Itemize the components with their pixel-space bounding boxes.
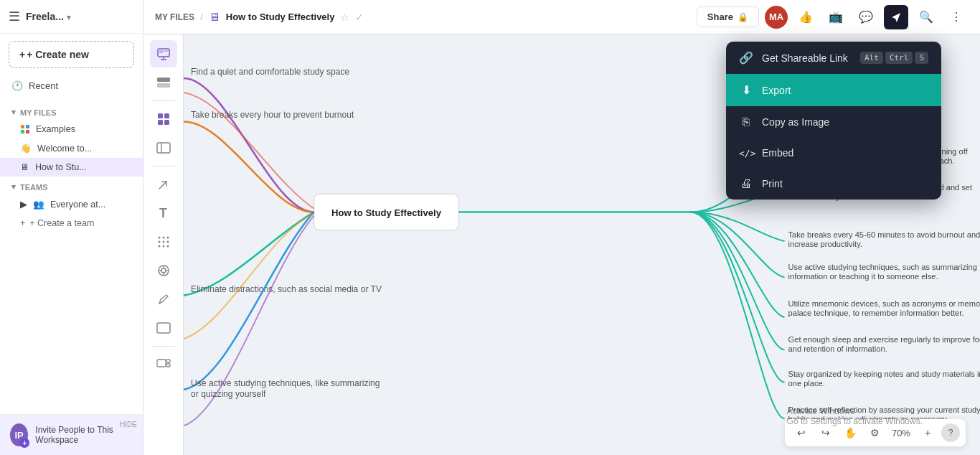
star-icon[interactable]: ☆: [340, 11, 349, 23]
svg-rect-14: [164, 120, 169, 125]
invite-workspace-panel[interactable]: HIDE IP + Invite People to This Workspac…: [0, 414, 143, 455]
dropdown-item-get-shareable-link[interactable]: 🔗 Get Shareable Link Alt Ctrl S: [726, 42, 941, 74]
teams-toggle[interactable]: ▾: [11, 182, 16, 192]
toolbar-arrow-btn[interactable]: [150, 171, 177, 198]
keyboard-shortcuts: Alt Ctrl S: [860, 52, 928, 64]
svg-rect-12: [164, 113, 169, 118]
hand-tool-button[interactable]: ✋: [839, 422, 861, 444]
check-icon: ✓: [355, 11, 364, 23]
svg-text:Take breaks every 45-60 minute: Take breaks every 45-60 minutes to avoid…: [788, 230, 980, 239]
toolbar-separator-3: [152, 346, 175, 347]
svg-rect-33: [157, 360, 166, 367]
topbar: MY FILES / 🖥 How to Study Effectively ☆ …: [143, 0, 980, 34]
redo-button[interactable]: ↪: [815, 422, 837, 444]
toolbar-grid-btn[interactable]: [150, 228, 177, 255]
sidebar-item-recent[interactable]: 🕐 Recent: [0, 75, 143, 96]
toolbar-separator-2: [152, 166, 175, 166]
svg-text:one place.: one place.: [788, 379, 825, 388]
hamburger-icon[interactable]: ☰: [9, 9, 20, 24]
svg-rect-35: [166, 364, 170, 367]
svg-text:Use active studying techniques: Use active studying techniques, like sum…: [191, 378, 380, 388]
dropdown-item-export[interactable]: ⬇ Export: [726, 74, 941, 106]
teams-section-label: ▾ TEAMS: [0, 177, 143, 194]
comment-button[interactable]: 💬: [854, 5, 878, 29]
dropdown-item-embed[interactable]: </> Embed: [726, 138, 941, 168]
search-button[interactable]: 🔍: [914, 5, 938, 29]
create-team-button[interactable]: + + Create a team: [0, 214, 143, 233]
svg-rect-11: [158, 113, 163, 118]
toolbar-link-btn[interactable]: [150, 257, 177, 284]
svg-text:increase productivity.: increase productivity.: [788, 240, 862, 248]
sidebar-item-examples[interactable]: Examples: [0, 120, 143, 139]
zoom-in-button[interactable]: +: [917, 422, 938, 444]
help-button[interactable]: ?: [941, 423, 960, 442]
sidebar-item-howto[interactable]: 🖥 How to Stu...: [0, 158, 143, 177]
svg-rect-32: [157, 323, 170, 333]
topbar-actions: Share 🔒 MA 👍 📺 💬 🔍 ⋮: [697, 5, 969, 29]
thumbsup-button[interactable]: 👍: [793, 5, 818, 29]
recent-section: 🕐 Recent: [0, 75, 143, 102]
expand-icon: ▶: [20, 199, 27, 210]
link-icon: 🔗: [739, 51, 753, 65]
my-files-toggle[interactable]: ▾: [11, 108, 16, 117]
doc-icon: 🖥: [209, 11, 220, 24]
toolbar-card-btn[interactable]: [150, 69, 177, 96]
sidebar: ☰ Freela... ▾ + + Create new 🕐 Recent ▾ …: [0, 0, 143, 455]
share-menu-button[interactable]: [884, 5, 908, 29]
breadcrumb: MY FILES / 🖥 How to Study Effectively ☆ …: [155, 11, 364, 24]
svg-rect-15: [157, 143, 170, 153]
toolbar-slide-btn[interactable]: [150, 134, 177, 161]
svg-text:Eliminate distractions, such a: Eliminate distractions, such as social m…: [191, 284, 382, 294]
toolbar-text-btn[interactable]: T: [150, 200, 177, 227]
svg-text:Stay organized by keeping note: Stay organized by keeping notes and stud…: [788, 370, 980, 378]
svg-text:Get enough sleep and exercise : Get enough sleep and exercise regularly …: [788, 335, 980, 344]
svg-point-25: [166, 245, 169, 248]
share-button[interactable]: Share 🔒: [697, 6, 759, 27]
toolbar-pen-btn[interactable]: [150, 286, 177, 313]
svg-point-20: [158, 241, 160, 243]
print-icon: 🖨: [739, 177, 753, 190]
dropdown-item-print[interactable]: 🖨 Print: [726, 168, 941, 200]
dropdown-item-copy-as-image[interactable]: ⎘ Copy as Image: [726, 106, 941, 138]
svg-text:or quizzing yourself: or quizzing yourself: [191, 389, 266, 399]
more-options-button[interactable]: ⋮: [944, 5, 969, 29]
present-button[interactable]: 📺: [824, 5, 848, 29]
svg-text:Use active studying techniques: Use active studying techniques, such as …: [788, 263, 977, 271]
toolbar-frame-btn[interactable]: [150, 314, 177, 342]
sidebar-header: ☰ Freela... ▾: [0, 0, 143, 34]
svg-text:Take breaks every hour to prev: Take breaks every hour to prevent burnou…: [191, 110, 354, 120]
share-dropdown-menu: 🔗 Get Shareable Link Alt Ctrl S ⬇ Export…: [726, 42, 941, 200]
svg-point-17: [158, 237, 160, 239]
user-avatar[interactable]: MA: [765, 6, 788, 29]
workspace-name[interactable]: Freela... ▾: [26, 11, 134, 22]
plus-icon: +: [20, 218, 25, 228]
breadcrumb-my-files[interactable]: MY FILES: [155, 12, 194, 22]
toolbar-play-btn[interactable]: [150, 351, 177, 378]
toolbar-template-btn[interactable]: [150, 105, 177, 133]
svg-rect-2: [21, 130, 24, 133]
svg-rect-13: [158, 120, 163, 125]
svg-point-23: [158, 245, 160, 248]
svg-point-24: [162, 245, 164, 248]
svg-text:palace technique, to remember : palace technique, to remember informatio…: [788, 309, 964, 317]
settings-button[interactable]: ⚙: [864, 422, 885, 444]
svg-rect-3: [26, 130, 29, 133]
copy-icon: ⎘: [739, 116, 753, 128]
grid-icon: [20, 124, 30, 134]
svg-text:and retention of information.: and retention of information.: [788, 344, 887, 353]
undo-button[interactable]: ↩: [791, 422, 812, 444]
plus-icon: +: [19, 49, 25, 60]
svg-point-22: [166, 241, 169, 243]
svg-rect-1: [26, 125, 29, 128]
hide-button[interactable]: HIDE: [120, 421, 137, 428]
svg-text:Practice self-reflection by as: Practice self-reflection by assessing yo…: [788, 405, 980, 414]
sidebar-item-welcome[interactable]: 👋 Welcome to...: [0, 139, 143, 158]
sidebar-item-everyone[interactable]: ▶ 👥 Everyone at...: [0, 194, 143, 214]
create-new-button[interactable]: + + Create new: [9, 41, 134, 68]
svg-text:information or teaching it to : information or teaching it to someone el…: [788, 272, 938, 281]
people-icon: 👥: [33, 199, 44, 210]
toolbar-present-btn[interactable]: [150, 40, 177, 67]
svg-point-21: [162, 241, 164, 243]
svg-rect-5: [159, 50, 163, 53]
my-files-section-label: ▾ MY FILES: [0, 102, 143, 120]
